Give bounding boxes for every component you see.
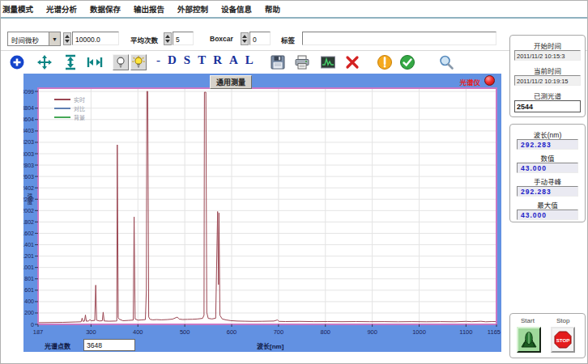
menu-bar: 测量模式光谱分析数据保存输出报告外部控制设备信息帮助 [1,1,588,19]
svg-text:2603: 2603 [23,174,34,180]
menu-item-2[interactable]: 数据保存 [90,3,121,15]
chart-panel: 0200400601801100112011401160218022002220… [23,74,501,352]
start-time-field: 2011/11/2 10:15:3 [514,50,581,61]
integration-mode-select[interactable]: 时间微秒 ▼ [7,32,61,46]
svg-text:300: 300 [86,328,96,336]
wavelength-label: 波长(nm) [510,129,585,139]
svg-text:500: 500 [180,328,190,336]
svg-text:2002: 2002 [23,208,34,214]
readings-group-box: 波长(nm) 292.283 数值 43.000 手动寻峰 292.283 最大… [509,124,586,222]
menu-item-4[interactable]: 外部控制 [177,3,208,15]
time-group-box: 开始时间 2011/11/2 10:15:3 当前时间 2011/11/2 10… [509,35,586,117]
chart-tab-title[interactable]: 通用测量 [210,75,252,89]
tag-label: 标签 [281,35,295,44]
boxcar-spinner[interactable] [241,32,249,45]
svg-text:实时: 实时 [74,96,85,104]
svg-text:600: 600 [227,328,237,336]
svg-text:1802: 1802 [23,219,34,225]
value-label: 数值 [510,153,585,163]
start-button[interactable] [517,327,541,353]
svg-text:800: 800 [321,328,331,336]
menu-item-1[interactable]: 光谱分析 [46,3,77,15]
save-icon[interactable] [270,54,286,70]
integration-mode-value: 时间微秒 [8,32,49,45]
svg-text:对比: 对比 [74,105,85,112]
manual-peak-value: 292.283 [517,186,578,197]
menu-item-3[interactable]: 输出报告 [134,3,164,15]
svg-text:3403: 3403 [23,128,34,133]
svg-text:1401: 1401 [23,242,34,248]
tag-input[interactable] [302,32,496,45]
average-count-input[interactable] [173,32,194,45]
svg-text:3003: 3003 [23,151,34,157]
svg-text:背景: 背景 [74,114,85,121]
menu-item-6[interactable]: 帮助 [265,3,280,15]
average-count-label: 平均次数 [130,35,158,44]
svg-text:1602: 1602 [23,231,34,236]
toolbar: -DSTRAL [1,52,588,74]
warning-info-icon[interactable] [377,54,393,70]
close-delete-icon[interactable] [344,54,360,70]
svg-text:700: 700 [274,328,284,336]
svg-text:3203: 3203 [23,139,34,145]
current-time-label: 当前时间 [510,66,585,75]
average-spinner[interactable] [164,32,172,45]
svg-text:400: 400 [133,328,143,336]
boxcar-input[interactable] [249,32,271,45]
add-zoom-icon[interactable] [9,54,25,70]
value-value: 43.000 [517,163,578,173]
stop-button[interactable]: STOP [551,327,575,353]
print-icon[interactable] [294,54,310,70]
max-value-label: 最大值 [510,200,585,210]
integration-time-input[interactable] [72,32,119,45]
svg-text:187: 187 [33,328,44,336]
x-axis-title: 波长[nm] [257,341,283,350]
svg-text:3604: 3604 [23,116,34,122]
spectrometer-app: 测量模式光谱分析数据保存输出报告外部控制设备信息帮助 时间微秒 ▼ 平均次数 B… [0,0,588,364]
svg-text:2402: 2402 [23,185,34,191]
svg-text:200: 200 [24,310,34,315]
menu-item-0[interactable]: 测量模式 [2,3,33,15]
svg-text:601: 601 [24,287,34,293]
confirm-check-icon[interactable] [399,54,415,70]
measured-spectra-label: 已测光谱 [510,91,585,100]
spectrum-points-label: 光谱点数 [45,341,70,350]
dstral-letter-buttons[interactable]: -DSTRAL [156,53,261,67]
integration-spinner[interactable] [63,32,71,45]
chevron-down-icon[interactable]: ▼ [49,32,60,45]
status-led-indicator [484,75,495,86]
wavelength-value: 292.283 [517,139,578,150]
spectrum-plot[interactable]: 0200400601801100112011401160218022002220… [23,74,501,352]
svg-text:3804: 3804 [23,105,34,111]
stop-label: Stop [556,317,569,324]
svg-text:400: 400 [24,298,34,304]
svg-text:1201: 1201 [23,253,34,259]
spectrum-points-input[interactable] [83,339,135,351]
svg-text:1001: 1001 [23,265,34,270]
boxcar-label: Boxcar [210,35,233,43]
run-control-box: Start Stop STOP [509,313,586,358]
y-axis-title: 强度 [25,193,33,205]
menu-item-5[interactable]: 设备信息 [221,3,252,15]
svg-text:4099: 4099 [23,89,34,95]
stop-sign-icon: STOP [553,330,573,349]
svg-text:801: 801 [24,276,34,281]
parameter-row: 时间微秒 ▼ 平均次数 Boxcar 标签 [1,28,588,51]
spectrum-view-icon[interactable] [320,54,336,70]
svg-text:900: 900 [367,328,377,336]
pan-move-icon[interactable] [36,54,53,70]
max-value-value: 43.000 [517,210,578,220]
measured-spectra-field: 2544 [514,100,581,112]
start-lamp-icon [519,329,539,350]
search-icon[interactable] [438,54,454,70]
lamp-on-icon[interactable] [130,54,147,70]
start-time-label: 开始时间 [510,40,585,50]
vertical-scale-icon[interactable] [62,54,79,70]
start-label: Start [521,317,535,324]
svg-text:1165: 1165 [488,328,501,336]
horizontal-scale-icon[interactable] [87,54,103,70]
svg-text:1000: 1000 [412,328,426,336]
svg-text:2803: 2803 [23,163,34,168]
svg-text:1100: 1100 [459,328,472,336]
lamp-off-icon[interactable] [113,54,129,70]
